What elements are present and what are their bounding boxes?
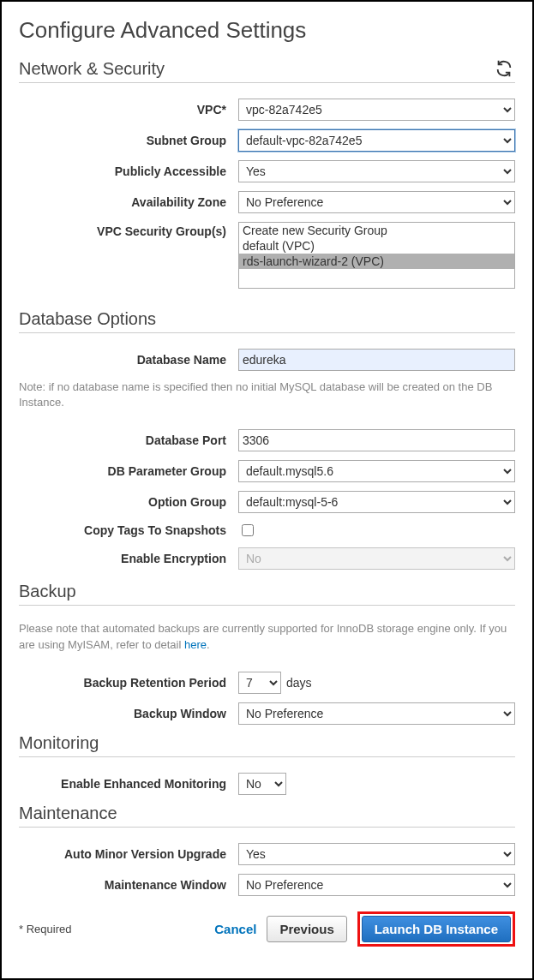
database-name-note: Note: if no database name is specified t… [19,379,515,410]
security-group-option[interactable]: rds-launch-wizard-2 (VPC) [239,254,514,269]
backup-window-label: Backup Window [19,707,238,720]
retention-period-label: Backup Retention Period [19,676,238,690]
subnet-group-select[interactable]: default-vpc-82a742e5 [238,129,515,152]
maintenance-window-select[interactable]: No Preference [238,874,515,896]
enhanced-monitoring-label: Enable Enhanced Monitoring [19,777,238,791]
section-database-options: Database Options [19,309,515,333]
parameter-group-label: DB Parameter Group [19,464,238,478]
auto-upgrade-label: Auto Minor Version Upgrade [19,847,238,861]
backup-note-suffix: . [207,638,210,651]
required-note: * Required [19,923,214,935]
refresh-icon[interactable] [495,59,513,78]
vpc-label: VPC* [19,103,238,117]
retention-period-select[interactable]: 7 [238,672,281,694]
maintenance-window-label: Maintenance Window [19,878,238,892]
publicly-accessible-select[interactable]: Yes [238,160,515,182]
publicly-accessible-label: Publicly Accessible [19,164,238,178]
backup-note-text: Please note that automated backups are c… [19,622,507,650]
copy-tags-checkbox[interactable] [242,524,254,536]
database-name-input[interactable] [238,349,515,371]
enable-encryption-label: Enable Encryption [19,552,238,565]
database-port-label: Database Port [19,433,238,447]
database-name-label: Database Name [19,353,238,367]
section-maintenance: Maintenance [19,804,515,828]
copy-tags-label: Copy Tags To Snapshots [19,523,238,537]
database-port-input[interactable] [238,429,515,451]
security-group-option[interactable]: Create new Security Group [239,223,514,238]
option-group-select[interactable]: default:mysql-5-6 [238,491,515,513]
subnet-group-label: Subnet Group [19,134,238,147]
section-network-title: Network & Security [19,59,165,78]
enhanced-monitoring-select[interactable]: No [238,773,286,795]
backup-note: Please note that automated backups are c… [19,621,515,652]
retention-unit: days [286,676,312,690]
security-groups-label: VPC Security Group(s) [19,222,238,238]
availability-zone-label: Availability Zone [19,195,238,209]
security-group-option[interactable]: default (VPC) [239,238,514,254]
page-title: Configure Advanced Settings [19,17,515,44]
section-backup: Backup [19,582,515,606]
launch-highlight-box: Launch DB Instance [357,911,515,947]
availability-zone-select[interactable]: No Preference [238,191,515,213]
launch-db-instance-button[interactable]: Launch DB Instance [362,916,511,942]
backup-note-link[interactable]: here [184,638,207,651]
cancel-link[interactable]: Cancel [214,922,256,936]
previous-button[interactable]: Previous [267,916,346,942]
backup-window-select[interactable]: No Preference [238,702,515,725]
enable-encryption-select: No [238,547,515,570]
option-group-label: Option Group [19,495,238,509]
section-monitoring: Monitoring [19,733,515,757]
auto-upgrade-select[interactable]: Yes [238,843,515,865]
security-groups-listbox[interactable]: Create new Security Group default (VPC) … [238,222,515,289]
section-network-security: Network & Security [19,59,515,83]
vpc-select[interactable]: vpc-82a742e5 [238,99,515,121]
parameter-group-select[interactable]: default.mysql5.6 [238,460,515,482]
